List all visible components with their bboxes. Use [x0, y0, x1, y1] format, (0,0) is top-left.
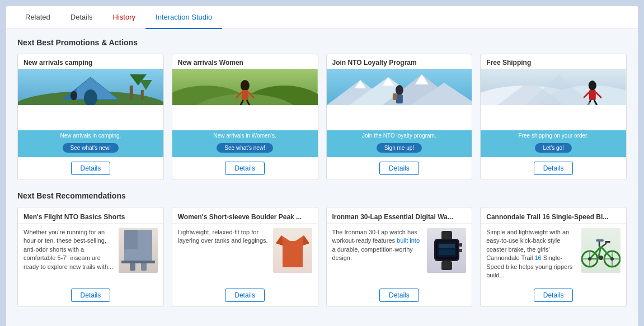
tab-bar: Related Details History Interaction Stud…	[6, 6, 638, 29]
promo-btn-area-shipping: Let's go!	[481, 141, 626, 157]
promo-btn-area-camping: See what's new!	[18, 141, 163, 157]
rec-card-body-shirt: Lightweight, relaxed-fit top for layerin…	[172, 224, 318, 284]
rec-card-image-watch	[427, 228, 466, 273]
svg-rect-6	[130, 86, 133, 100]
content-area: Next Best Promotions & Actions New arriv…	[6, 29, 638, 326]
promo-details-area-shipping: Details	[481, 157, 626, 179]
rec-card-title-bike: Cannondale Trail 16 Single-Speed Bi...	[481, 207, 626, 224]
tab-history[interactable]: History	[103, 6, 145, 29]
promo-card-title-women: New arrivals Women	[172, 54, 318, 69]
svg-rect-70	[605, 241, 610, 243]
rec-card-desc-shorts: Whether you're running for an hour or te…	[23, 228, 114, 280]
promo-banner-loyalty: Join the NTO loyalty program.	[327, 130, 472, 141]
promo-details-btn-camping[interactable]: Details	[71, 162, 111, 175]
promo-card-women: New arrivals Women	[172, 54, 318, 180]
rec-card-body-watch: The Ironman 30-Lap watch has workout-rea…	[327, 224, 472, 284]
promo-details-area-camping: Details	[18, 157, 163, 179]
svg-point-73	[610, 257, 614, 261]
rec-card-title-shirt: Women's Short-sleeve Boulder Peak ...	[172, 207, 318, 224]
rec-card-shirt: Women's Short-sleeve Boulder Peak ... Li…	[172, 207, 318, 307]
rec-details-btn-shorts[interactable]: Details	[71, 289, 111, 302]
svg-rect-35	[589, 90, 596, 100]
promo-details-btn-shipping[interactable]: Details	[534, 162, 574, 175]
rec-card-shorts: Men's Flight NTO Basics Shorts Whether y…	[17, 207, 164, 307]
rec-card-image-shorts	[119, 228, 158, 273]
promotions-section-title: Next Best Promotions & Actions	[17, 38, 627, 47]
tab-interaction-studio[interactable]: Interaction Studio	[145, 6, 222, 29]
promo-details-area-loyalty: Details	[327, 157, 472, 179]
recommendations-section-title: Next Best Recommendations	[17, 191, 627, 200]
product-image-bike	[581, 228, 621, 273]
tab-details[interactable]: Details	[60, 6, 103, 29]
svg-point-14	[241, 80, 250, 91]
product-image-shorts	[119, 228, 158, 273]
promo-details-btn-women[interactable]: Details	[225, 162, 265, 175]
rec-details-area-shorts: Details	[18, 284, 163, 306]
rec-details-btn-watch[interactable]: Details	[379, 289, 419, 302]
rec-card-bike: Cannondale Trail 16 Single-Speed Bi... S…	[480, 207, 627, 307]
svg-rect-52	[439, 244, 455, 248]
promo-btn-area-women: See what's new!	[172, 141, 318, 157]
main-panel: Related Details History Interaction Stud…	[6, 6, 638, 326]
svg-rect-30	[392, 93, 397, 100]
svg-point-71	[599, 256, 603, 260]
promotions-cards-row: New arrivals camping	[17, 54, 627, 180]
promo-banner-camping: New arrivals in camping.	[18, 130, 163, 141]
rec-card-image-shirt	[273, 228, 312, 273]
promo-btn-camping[interactable]: See what's new!	[63, 143, 119, 153]
svg-rect-53	[439, 249, 455, 255]
promo-btn-shipping[interactable]: Let's go!	[535, 143, 572, 153]
rec-card-image-bike	[581, 228, 621, 273]
rec-card-body-shorts: Whether you're running for an hour or te…	[18, 224, 163, 284]
rec-card-title-shorts: Men's Flight NTO Basics Shorts	[18, 207, 163, 224]
promo-details-btn-loyalty[interactable]: Details	[379, 162, 419, 175]
promo-details-area-women: Details	[172, 157, 318, 179]
rec-card-desc-bike: Simple and lightweight with an easy-to-u…	[486, 228, 577, 280]
rec-card-desc-shirt: Lightweight, relaxed-fit top for layerin…	[178, 228, 269, 280]
promo-card-title-loyalty: Join NTO Loyalty Program	[327, 54, 472, 69]
svg-rect-43	[124, 230, 138, 249]
svg-rect-48	[441, 231, 452, 240]
svg-rect-68	[596, 239, 604, 242]
rec-details-area-shirt: Details	[172, 284, 318, 306]
svg-point-5	[70, 91, 77, 100]
rec-details-area-bike: Details	[481, 284, 626, 306]
tab-related[interactable]: Related	[15, 6, 60, 29]
promo-banner-women: New arrivals in Women's.	[172, 130, 318, 141]
rec-card-watch: Ironman 30-Lap Essential Digital Wa... T…	[326, 207, 473, 307]
promo-card-camping: New arrivals camping	[17, 54, 164, 180]
rec-card-desc-watch: The Ironman 30-Lap watch has workout-rea…	[332, 228, 423, 280]
rec-card-body-bike: Simple and lightweight with an easy-to-u…	[481, 224, 626, 284]
promo-card-shipping: Free Shipping	[480, 54, 627, 180]
svg-point-34	[589, 81, 596, 91]
svg-rect-8	[141, 90, 144, 100]
promo-image-shipping	[481, 69, 626, 130]
svg-rect-54	[459, 243, 462, 247]
rec-card-title-watch: Ironman 30-Lap Essential Digital Wa...	[327, 207, 472, 224]
promo-card-loyalty: Join NTO Loyalty Program	[326, 54, 473, 180]
promo-card-title-shipping: Free Shipping	[481, 54, 626, 69]
recommendations-cards-row: Men's Flight NTO Basics Shorts Whether y…	[17, 207, 627, 307]
svg-point-28	[395, 85, 403, 95]
promo-btn-women[interactable]: See what's new!	[217, 143, 273, 153]
svg-rect-55	[459, 249, 462, 252]
promo-btn-area-loyalty: Sign me up!	[327, 141, 472, 157]
rec-details-area-watch: Details	[327, 284, 472, 306]
rec-details-btn-shirt[interactable]: Details	[225, 289, 265, 302]
svg-rect-47	[121, 261, 155, 263]
promo-card-title-camping: New arrivals camping	[18, 54, 163, 69]
svg-rect-15	[242, 90, 248, 100]
promo-image-camping	[18, 69, 163, 130]
product-image-shirt	[273, 228, 312, 273]
svg-line-69	[602, 243, 607, 247]
svg-point-72	[588, 257, 591, 261]
product-image-watch	[427, 228, 466, 273]
rec-details-btn-bike[interactable]: Details	[534, 289, 574, 302]
svg-rect-56	[441, 261, 452, 270]
promo-image-women	[172, 69, 318, 130]
svg-rect-44	[139, 230, 152, 249]
promo-btn-loyalty[interactable]: Sign me up!	[377, 143, 422, 153]
promo-banner-shipping: Free shipping on your order.	[481, 130, 626, 141]
promo-image-loyalty	[327, 69, 472, 130]
